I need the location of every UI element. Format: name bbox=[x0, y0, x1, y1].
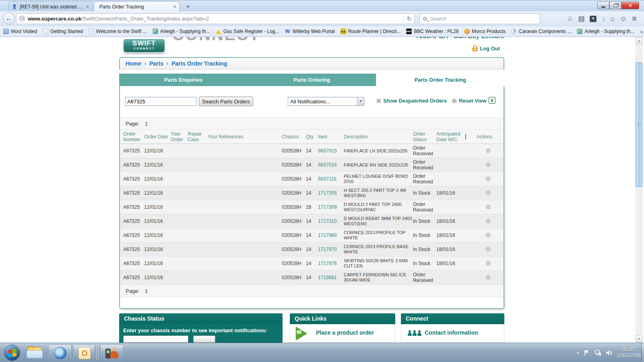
actions-gear-icon[interactable]: ⚙ bbox=[477, 218, 500, 225]
item-link[interactable]: 9837116 bbox=[318, 176, 336, 182]
bookmark-gas-safe[interactable]: Gas Safe Register - Log... bbox=[216, 29, 279, 34]
browser-tab-parts-order-tracking[interactable]: Parts Order Tracking × bbox=[93, 1, 180, 12]
tab-close-icon[interactable]: × bbox=[86, 4, 89, 10]
chassis-go-button[interactable] bbox=[193, 335, 215, 343]
reload-icon[interactable]: ↻ bbox=[407, 15, 412, 23]
tray-expand-icon[interactable]: ▲ bbox=[576, 351, 580, 355]
morco-icon bbox=[464, 29, 470, 34]
logout-link[interactable]: Log Out bbox=[472, 45, 500, 51]
volume-icon[interactable] bbox=[605, 350, 613, 356]
export-excel-icon[interactable]: X bbox=[489, 97, 495, 104]
col-order-date[interactable]: Order Date bbox=[144, 134, 170, 140]
item-link[interactable]: 1718881 bbox=[318, 275, 337, 280]
breadcrumb-home[interactable]: Home bbox=[126, 60, 141, 67]
actions-gear-icon[interactable]: ⚙ bbox=[477, 260, 500, 267]
phone-app-taskbar-button[interactable] bbox=[100, 344, 124, 361]
home-icon[interactable]: ⌂ bbox=[611, 15, 615, 23]
tab-parts-ordering[interactable]: Parts Ordering bbox=[248, 74, 376, 86]
outlook-taskbar-button[interactable]: O bbox=[73, 344, 95, 361]
bookmark-bbc-weather[interactable]: BBCBBC Weather : PL28 bbox=[406, 29, 458, 34]
bookmark-most-visited[interactable]: Most Visited bbox=[3, 29, 37, 34]
col-order-status[interactable]: Order Status bbox=[413, 131, 436, 142]
pocket-icon[interactable]: ▼ bbox=[590, 16, 597, 22]
item-link[interactable]: 1717976 bbox=[318, 261, 337, 266]
bookmark-morco[interactable]: Morco Products bbox=[464, 29, 506, 34]
minimize-button[interactable] bbox=[597, 2, 609, 9]
actions-gear-icon[interactable]: ⚙ bbox=[477, 161, 500, 169]
item-link[interactable]: 1717305 bbox=[318, 190, 337, 196]
tab-close-icon[interactable]: × bbox=[173, 4, 176, 10]
col-chassis[interactable]: Chassis bbox=[282, 134, 305, 140]
browser-tab-ret59[interactable]: [RET-59] Unit was ordered ... × bbox=[8, 1, 93, 12]
col-description[interactable]: Description bbox=[344, 134, 412, 140]
forum-icon[interactable]: ☺ bbox=[620, 15, 627, 23]
bookmark-route-planner[interactable]: AARoute Planner | Directi... bbox=[341, 29, 401, 34]
page-number[interactable]: 1 bbox=[145, 121, 148, 127]
bookmark-arleigh-2[interactable]: Arleigh - Supplying th... bbox=[577, 29, 634, 34]
item-link[interactable]: 1717309 bbox=[318, 204, 337, 210]
notifications-dropdown[interactable]: All Notifications... ▼ bbox=[288, 97, 364, 106]
new-tab-button[interactable]: + bbox=[183, 3, 193, 10]
show-desktop-button[interactable] bbox=[641, 343, 644, 362]
search-bar[interactable]: Search bbox=[419, 13, 540, 24]
reset-view-link[interactable]: Reset View bbox=[459, 98, 486, 104]
bookmark-welcome-swift[interactable]: Welcome to the Swift ... bbox=[89, 29, 147, 34]
col-order-number[interactable]: Order Number bbox=[123, 131, 143, 142]
envelope-icon[interactable] bbox=[465, 134, 466, 140]
firefox-taskbar-button[interactable] bbox=[48, 344, 72, 361]
downloads-icon[interactable]: ↓ bbox=[602, 15, 605, 23]
page-scrollbar[interactable]: ▲ ▼ bbox=[635, 37, 643, 343]
actions-gear-icon[interactable]: ⚙ bbox=[477, 204, 500, 211]
col-your-order[interactable]: Your Order bbox=[171, 131, 187, 142]
menu-icon[interactable]: ≡ bbox=[632, 14, 637, 23]
tab-parts-enquiries[interactable]: Parts Enquiries bbox=[119, 74, 248, 86]
url-bar[interactable]: www.supercare.co.uk/SwiftConnect/Parts_O… bbox=[16, 13, 415, 24]
breadcrumb-parts[interactable]: Parts bbox=[149, 60, 163, 67]
place-product-order-link[interactable]: Place a product order bbox=[316, 329, 374, 336]
explorer-taskbar-icon[interactable] bbox=[27, 346, 43, 359]
scroll-down-icon[interactable]: ▼ bbox=[636, 335, 642, 342]
show-despatched-orders-link[interactable]: Show Despatched Orders bbox=[383, 98, 447, 104]
bookmark-arleigh[interactable]: Arleigh - Supplying th... bbox=[153, 29, 210, 34]
chassis-number-input[interactable] bbox=[123, 335, 188, 343]
item-link[interactable]: 9837016 bbox=[318, 162, 337, 168]
restore-button[interactable] bbox=[609, 2, 621, 9]
start-button[interactable] bbox=[4, 345, 20, 361]
order-search-input[interactable] bbox=[125, 97, 196, 106]
actions-gear-icon[interactable]: ⚙ bbox=[477, 175, 500, 183]
actions-gear-icon[interactable]: ⚙ bbox=[477, 147, 500, 154]
item-link[interactable]: 1717310 bbox=[318, 218, 337, 224]
reset-view-toggle-icon[interactable] bbox=[452, 99, 456, 103]
item-link[interactable]: 9837015 bbox=[318, 148, 337, 154]
col-qty[interactable]: Qty bbox=[306, 134, 317, 140]
sidebar-icon[interactable]: ▤ bbox=[578, 14, 584, 23]
bookmark-getting-started[interactable]: Getting Started bbox=[43, 29, 83, 34]
network-icon[interactable] bbox=[594, 350, 601, 356]
search-parts-orders-button[interactable]: Search Parts Orders bbox=[199, 97, 253, 106]
back-button[interactable]: ← bbox=[3, 12, 15, 25]
taskbar-clock[interactable]: 15:27 12/01/2016 bbox=[617, 347, 641, 359]
contact-information-link[interactable]: Contact information bbox=[425, 329, 478, 336]
scrollbar-thumb[interactable] bbox=[636, 62, 642, 187]
col-anticipated-date[interactable]: Anticipated Date W/C bbox=[436, 131, 464, 142]
bookmark-star-icon[interactable]: ☆ bbox=[567, 14, 573, 23]
bookmarks-overflow-icon[interactable]: » bbox=[640, 29, 643, 35]
bookmark-caravan-components[interactable]: ?Caravan Components ... bbox=[511, 29, 571, 34]
close-button[interactable]: × bbox=[621, 2, 639, 9]
actions-gear-icon[interactable]: ⚙ bbox=[477, 274, 500, 281]
actions-gear-icon[interactable]: ⚙ bbox=[477, 189, 500, 197]
actions-gear-icon[interactable]: ⚙ bbox=[477, 232, 500, 239]
show-despatched-toggle-icon[interactable] bbox=[377, 99, 381, 103]
bookmark-willerby[interactable]: WWillerby Web Portal bbox=[285, 29, 335, 34]
swift-connect-logo[interactable]: SWIFT CONNECT bbox=[123, 38, 165, 53]
item-link[interactable]: 1717969 bbox=[318, 232, 337, 238]
scroll-up-icon[interactable]: ▲ bbox=[636, 37, 642, 44]
action-center-flag-icon[interactable] bbox=[584, 350, 590, 356]
actions-gear-icon[interactable]: ⚙ bbox=[477, 246, 500, 253]
col-your-references[interactable]: Your References bbox=[208, 134, 281, 140]
col-item[interactable]: Item bbox=[318, 134, 343, 140]
item-link[interactable]: 1717970 bbox=[318, 247, 337, 252]
tab-parts-order-tracking[interactable]: Parts Order Tracking bbox=[376, 74, 504, 86]
page-number[interactable]: 1 bbox=[145, 288, 148, 294]
col-repair-case[interactable]: Repair Case bbox=[188, 131, 207, 142]
